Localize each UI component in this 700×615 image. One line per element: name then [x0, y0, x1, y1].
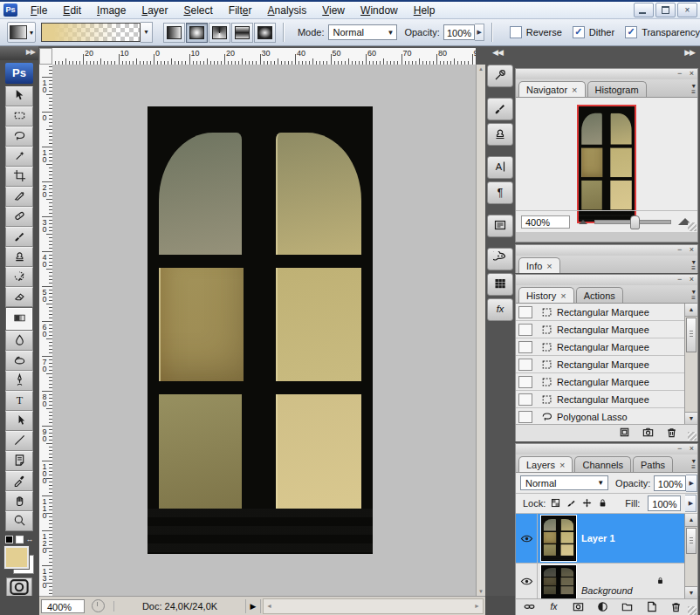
resize-grip[interactable] [688, 606, 697, 615]
new-document-from-state-button[interactable] [618, 426, 631, 441]
tab-layers[interactable]: Layers× [518, 456, 573, 472]
tab-paths[interactable]: Paths [633, 456, 673, 472]
navigator-proxy-view[interactable] [577, 105, 636, 223]
dock-expand-button[interactable]: ▶▶ [684, 48, 695, 57]
set-source-box[interactable] [518, 376, 532, 388]
gradient-tool[interactable] [5, 307, 33, 331]
brushes-panel-button[interactable] [487, 98, 513, 120]
clone-source-panel-button[interactable] [487, 123, 513, 146]
layer-comps-panel-button[interactable] [487, 215, 513, 237]
set-source-box[interactable] [518, 341, 532, 353]
move-tool[interactable] [5, 86, 33, 106]
menu-view[interactable]: View [314, 3, 353, 18]
set-source-box[interactable] [518, 359, 532, 371]
checkbox-box[interactable] [510, 26, 522, 38]
zoom-tool[interactable] [5, 511, 33, 531]
panel-menu-icon[interactable]: ▾≡ [691, 289, 696, 301]
history-state-row[interactable]: Rectangular Marquee [516, 391, 684, 408]
canvas-vertical-scrollbar[interactable]: ▲ ▼ [476, 65, 485, 596]
scroll-up-icon[interactable]: ▲ [478, 66, 484, 72]
new-layer-button[interactable] [645, 600, 658, 615]
new-snapshot-button[interactable] [642, 426, 655, 441]
layer-thumbnail[interactable] [541, 516, 576, 561]
history-state-row[interactable]: Rectangular Marquee [516, 373, 684, 391]
tab-navigator[interactable]: Navigator× [518, 81, 586, 97]
scrollbar-thumb[interactable] [686, 318, 697, 352]
scrollbar-thumb[interactable] [686, 528, 697, 554]
layer-thumbnail[interactable] [541, 565, 576, 598]
notes-tool[interactable] [5, 451, 33, 471]
history-state-row[interactable]: Rectangular Marquee [516, 321, 684, 338]
hand-tool[interactable] [5, 491, 33, 511]
history-state-row[interactable]: Polygonal Lasso [516, 408, 684, 424]
gradient-preview[interactable]: ▾ [41, 23, 153, 42]
checkbox-dither[interactable]: ✓Dither [573, 26, 614, 38]
quick-mask-button[interactable] [6, 577, 32, 597]
tab-close-icon[interactable]: × [546, 261, 552, 271]
crop-tool[interactable] [5, 167, 33, 187]
lock-transparency-icon[interactable] [550, 497, 561, 510]
minimize-button[interactable] [634, 3, 654, 17]
swap-colors[interactable]: ↔ [0, 534, 38, 544]
panel-menu-icon[interactable]: ▾≡ [691, 259, 696, 271]
lock-all-icon[interactable] [597, 497, 608, 510]
tab-channels[interactable]: Channels [574, 456, 630, 472]
set-source-box[interactable] [518, 306, 532, 318]
scroll-up-icon[interactable]: ▲ [685, 304, 697, 317]
eraser-tool[interactable] [5, 287, 33, 307]
restore-button[interactable] [655, 3, 676, 17]
scroll-up-icon[interactable]: ▲ [685, 514, 697, 527]
swatches-panel-button[interactable] [487, 273, 513, 296]
eyedropper-tool[interactable] [5, 471, 33, 491]
color-panel-button[interactable] [487, 248, 513, 270]
canvas-horizontal-scrollbar[interactable]: ◄ ► [263, 598, 484, 614]
history-state-row[interactable]: Rectangular Marquee [516, 356, 684, 373]
navigator-zoom-slider[interactable] [594, 220, 671, 224]
horizontal-ruler[interactable]: 20100102030405060708090 [52, 48, 476, 65]
spot-healing-tool[interactable] [5, 207, 33, 227]
linear-gradient-button[interactable] [163, 23, 185, 43]
lock-pixels-icon[interactable] [566, 497, 577, 510]
status-flyout-button[interactable]: ▶ [245, 599, 261, 613]
scroll-right-icon[interactable]: ► [474, 603, 480, 609]
gradient-preview-bar[interactable] [41, 23, 141, 42]
tab-close-icon[interactable]: × [560, 290, 566, 301]
checkbox-transparency[interactable]: ✓Transparency [625, 26, 700, 38]
menu-edit[interactable]: Edit [55, 3, 89, 18]
checkbox-box[interactable]: ✓ [573, 26, 585, 38]
layer-name[interactable]: Background [581, 585, 633, 596]
mode-dropdown[interactable]: Normal ▼ [328, 24, 398, 40]
swap-colors-icon[interactable]: ↔ [26, 535, 34, 543]
set-source-box[interactable] [518, 324, 532, 336]
default-colors-icon[interactable] [5, 536, 13, 543]
brush-tool[interactable] [5, 227, 33, 247]
lock-position-icon[interactable] [581, 497, 593, 510]
panel-close-icon[interactable]: × [690, 69, 694, 78]
rectangular-marquee-tool[interactable] [5, 106, 33, 126]
panel-menu-icon[interactable]: ▾≡ [691, 458, 696, 470]
layers-opacity-spinner[interactable]: ▶ [686, 475, 697, 492]
tab-close-icon[interactable]: × [572, 85, 577, 95]
lasso-tool[interactable] [5, 126, 33, 147]
menu-window[interactable]: Window [353, 3, 406, 18]
panel-close-icon[interactable]: × [690, 444, 694, 453]
diamond-gradient-button[interactable] [254, 23, 276, 43]
navigator-zoom-field[interactable]: 400% [521, 215, 570, 229]
tab-actions[interactable]: Actions [576, 287, 623, 303]
document-canvas[interactable] [52, 65, 476, 596]
history-state-row[interactable]: Rectangular Marquee [516, 304, 684, 321]
checkbox-reverse[interactable]: Reverse [510, 26, 562, 38]
layer-mask-button[interactable] [572, 600, 585, 615]
type-tool[interactable]: T [5, 391, 33, 411]
dock-collapse-button[interactable]: ◀◀ [492, 48, 503, 57]
link-layers-button[interactable] [523, 600, 536, 615]
tool-presets-panel-button[interactable] [487, 65, 513, 87]
tab-history[interactable]: History× [518, 287, 574, 303]
toolbox-collapse[interactable]: ▶▶ [0, 46, 38, 60]
menu-help[interactable]: Help [406, 3, 443, 18]
resize-grip[interactable] [688, 222, 697, 231]
tab-info[interactable]: Info× [518, 257, 560, 273]
layer-name[interactable]: Layer 1 [581, 533, 615, 543]
blend-mode-dropdown[interactable]: Normal ▼ [520, 475, 608, 490]
gradient-picker-arrow[interactable]: ▾ [141, 22, 153, 43]
